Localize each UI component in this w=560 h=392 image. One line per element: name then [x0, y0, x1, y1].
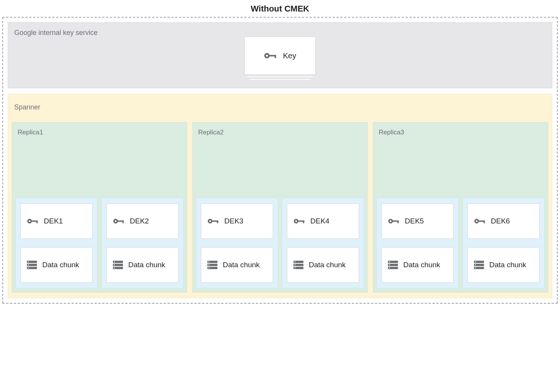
- svg-rect-7: [36, 220, 38, 223]
- svg-rect-3: [275, 55, 276, 58]
- dek-card: DEK1: [20, 203, 93, 239]
- svg-rect-37: [303, 220, 305, 223]
- svg-point-15: [115, 220, 117, 222]
- svg-rect-47: [398, 220, 399, 223]
- diagram-outer-box: Google internal key service Key Spanner: [2, 17, 558, 304]
- svg-point-61: [475, 261, 476, 263]
- svg-point-31: [209, 261, 210, 263]
- dek-card: DEK6: [467, 203, 540, 239]
- replica-row: Replica1 DEK1: [12, 122, 548, 293]
- storage-icon: [474, 261, 484, 269]
- chunk-column: DEK1 Data chunk: [15, 198, 98, 288]
- svg-point-45: [390, 220, 392, 222]
- dek-label: DEK1: [44, 217, 63, 225]
- key-icon: [207, 218, 219, 225]
- svg-point-43: [295, 268, 296, 269]
- chunk-column: DEK5 Data chunk: [376, 198, 459, 288]
- replica-label: Replica3: [379, 129, 542, 136]
- key-card: Key: [244, 36, 316, 75]
- svg-point-5: [29, 220, 31, 222]
- stack-line: [247, 76, 313, 78]
- dek-card: DEK4: [287, 203, 359, 239]
- chunk-column: DEK2 Data chunk: [101, 198, 184, 288]
- svg-point-1: [266, 55, 268, 56]
- storage-icon: [113, 261, 123, 269]
- svg-point-13: [28, 268, 29, 269]
- chunk-column: DEK4 Data chunk: [282, 198, 364, 288]
- storage-icon: [293, 261, 303, 269]
- svg-point-21: [114, 261, 115, 263]
- svg-rect-17: [123, 220, 124, 223]
- key-icon: [27, 218, 38, 225]
- svg-point-23: [114, 268, 115, 269]
- svg-point-32: [209, 265, 210, 266]
- data-chunk-label: Data chunk: [128, 261, 165, 269]
- svg-rect-27: [217, 220, 219, 223]
- data-chunk-label: Data chunk: [403, 261, 440, 269]
- svg-point-52: [389, 265, 390, 266]
- svg-point-22: [114, 265, 115, 266]
- data-chunk-label: Data chunk: [223, 261, 260, 269]
- data-chunk-card: Data chunk: [20, 247, 93, 283]
- data-chunk-card: Data chunk: [381, 247, 454, 283]
- dek-card: DEK5: [381, 203, 454, 239]
- svg-point-12: [28, 265, 29, 266]
- dek-label: DEK3: [224, 217, 244, 225]
- key-icon: [474, 218, 485, 225]
- data-chunk-card: Data chunk: [287, 247, 359, 283]
- dek-label: DEK4: [310, 217, 330, 225]
- replica-label: Replica2: [198, 129, 362, 136]
- replica-label: Replica1: [18, 129, 181, 136]
- dek-card: DEK2: [106, 203, 179, 239]
- svg-rect-57: [484, 220, 485, 223]
- dek-card: DEK3: [201, 203, 273, 239]
- key-icon: [264, 52, 277, 60]
- data-chunk-card: Data chunk: [467, 247, 540, 283]
- replica-box: Replica2 DEK3: [192, 122, 368, 293]
- storage-icon: [388, 261, 398, 269]
- chunk-column: DEK6 Data chunk: [462, 198, 545, 288]
- replica-box: Replica1 DEK1: [12, 122, 187, 293]
- key-card-stack: Key: [244, 36, 316, 80]
- svg-point-11: [28, 261, 29, 263]
- svg-point-35: [295, 220, 297, 222]
- key-icon: [113, 218, 124, 225]
- data-chunk-label: Data chunk: [489, 261, 526, 269]
- dek-label: DEK5: [405, 217, 424, 225]
- chunk-column: DEK3 Data chunk: [196, 198, 278, 288]
- replica-box: Replica3 DEK5: [373, 122, 548, 293]
- diagram-title: Without CMEK: [0, 4, 560, 14]
- spanner-label: Spanner: [14, 103, 546, 111]
- key-card-label: Key: [283, 51, 296, 60]
- key-icon: [388, 218, 399, 225]
- spanner-section: Spanner Replica1 DEK1: [8, 94, 552, 298]
- key-service-label: Google internal key service: [14, 29, 546, 37]
- svg-point-41: [295, 261, 296, 263]
- dek-label: DEK6: [491, 217, 510, 225]
- data-chunk-label: Data chunk: [42, 261, 79, 269]
- data-chunk-label: Data chunk: [309, 261, 346, 269]
- storage-icon: [207, 261, 217, 269]
- key-service-section: Google internal key service Key: [8, 22, 552, 88]
- data-chunk-card: Data chunk: [201, 247, 273, 283]
- data-chunk-card: Data chunk: [106, 247, 179, 283]
- svg-point-53: [389, 268, 390, 269]
- dek-label: DEK2: [130, 217, 149, 225]
- stack-line: [249, 79, 311, 80]
- svg-point-63: [475, 268, 476, 269]
- svg-point-42: [295, 265, 296, 266]
- svg-point-55: [476, 220, 478, 222]
- svg-point-62: [475, 265, 476, 266]
- svg-point-51: [389, 261, 390, 263]
- key-icon: [293, 218, 305, 225]
- storage-icon: [27, 261, 37, 269]
- svg-point-33: [209, 268, 210, 269]
- svg-point-25: [209, 220, 211, 222]
